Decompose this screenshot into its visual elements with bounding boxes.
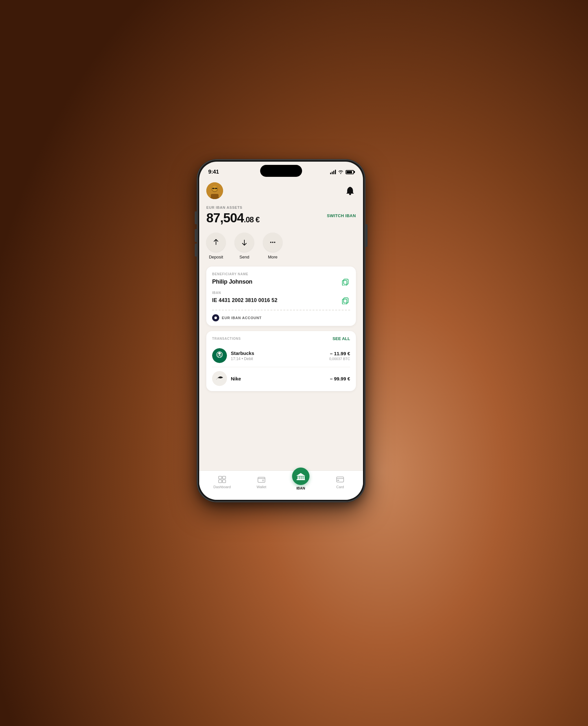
avatar[interactable] bbox=[206, 182, 223, 199]
svg-rect-32 bbox=[301, 476, 303, 479]
deposit-icon-circle bbox=[206, 233, 226, 252]
svg-rect-3 bbox=[211, 194, 218, 199]
starbucks-separator: • bbox=[241, 357, 244, 361]
svg-rect-15 bbox=[344, 298, 348, 303]
balance-amount: 87,504.08 € bbox=[206, 211, 259, 225]
card-icon bbox=[336, 475, 344, 484]
iban-nav-label: IBAN bbox=[297, 486, 305, 490]
dashboard-icon bbox=[218, 475, 226, 484]
beneficiary-name-field: BENEFICIARY NAME Philip Johnson bbox=[212, 272, 350, 286]
transaction-item-nike: Nike – 99.99 € bbox=[212, 368, 350, 386]
starbucks-amounts: – 11.99 € 0,00037 BTC bbox=[329, 351, 350, 361]
nike-info: Nike bbox=[231, 376, 326, 381]
svg-rect-24 bbox=[218, 476, 222, 479]
deposit-button[interactable]: Deposit bbox=[206, 233, 226, 259]
status-icons bbox=[330, 170, 354, 174]
svg-rect-33 bbox=[303, 476, 304, 479]
card-nav-label: Card bbox=[336, 485, 344, 489]
starbucks-type: Debit bbox=[244, 357, 253, 361]
svg-rect-38 bbox=[337, 480, 339, 481]
send-button[interactable]: Send bbox=[235, 233, 254, 259]
transactions-card: TRANSACTIONS SEE ALL bbox=[206, 331, 356, 391]
balance-label: EUR IBAN ASSETS bbox=[206, 205, 356, 209]
nike-logo bbox=[212, 371, 227, 386]
transactions-header: TRANSACTIONS SEE ALL bbox=[212, 336, 350, 341]
iban-row: IE 4431 2002 3810 0016 52 bbox=[212, 296, 350, 305]
transaction-item-starbucks: ★ Starbucks 17:14 • Debit bbox=[212, 346, 350, 366]
svg-rect-16 bbox=[342, 299, 347, 304]
deposit-label: Deposit bbox=[209, 255, 223, 259]
copy-name-button[interactable] bbox=[340, 277, 350, 286]
beneficiary-name-value: Philip Johnson bbox=[212, 279, 252, 285]
app-header bbox=[206, 178, 356, 204]
svg-rect-13 bbox=[344, 279, 348, 284]
svg-marker-34 bbox=[296, 473, 305, 476]
starbucks-btc: 0,00037 BTC bbox=[329, 357, 350, 361]
svg-point-12 bbox=[274, 242, 275, 243]
balance-section: EUR IBAN ASSETS 87,504.08 € SWITCH IBAN bbox=[206, 204, 356, 231]
wallet-icon bbox=[257, 475, 266, 484]
action-buttons: Deposit Send bbox=[206, 233, 356, 259]
phone-screen: 9:41 bbox=[199, 162, 363, 500]
signal-icon bbox=[330, 170, 336, 174]
more-button[interactable]: More bbox=[263, 233, 282, 259]
bell-icon[interactable] bbox=[344, 185, 356, 197]
balance-main: 87,504 bbox=[206, 211, 244, 225]
switch-iban-button[interactable]: SWITCH IBAN bbox=[327, 211, 356, 218]
transactions-title: TRANSACTIONS bbox=[212, 337, 241, 340]
send-icon-circle bbox=[235, 233, 254, 252]
iban-value: IE 4431 2002 3810 0016 52 bbox=[212, 298, 277, 303]
starbucks-meta: 17:14 • Debit bbox=[231, 357, 325, 361]
wallet-nav-label: Wallet bbox=[257, 485, 266, 489]
battery-icon bbox=[345, 170, 354, 174]
svg-rect-28 bbox=[258, 477, 265, 482]
svg-rect-26 bbox=[218, 480, 222, 483]
send-label: Send bbox=[239, 255, 249, 259]
wifi-icon bbox=[338, 170, 343, 174]
svg-rect-36 bbox=[337, 477, 344, 482]
dashboard-nav-label: Dashboard bbox=[213, 485, 231, 489]
bottom-navigation: Dashboard Wallet bbox=[199, 471, 363, 500]
nike-amounts: – 99.99 € bbox=[330, 376, 350, 381]
svg-text:★: ★ bbox=[218, 354, 221, 357]
beneficiary-name-row: Philip Johnson bbox=[212, 277, 350, 286]
nike-amount: – 99.99 € bbox=[330, 376, 350, 381]
more-label: More bbox=[268, 255, 277, 259]
nav-card[interactable]: Card bbox=[331, 475, 350, 489]
svg-rect-27 bbox=[223, 480, 226, 483]
svg-point-23 bbox=[212, 371, 227, 386]
starbucks-name: Starbucks bbox=[231, 350, 325, 356]
svg-point-10 bbox=[270, 242, 271, 243]
svg-point-7 bbox=[349, 194, 351, 195]
iban-field: IBAN IE 4431 2002 3810 0016 52 bbox=[212, 291, 350, 305]
svg-point-29 bbox=[262, 480, 264, 481]
copy-iban-button[interactable] bbox=[340, 296, 350, 305]
account-type-row: EUR IBAN ACCOUNT bbox=[212, 314, 350, 321]
transaction-divider bbox=[212, 367, 350, 367]
starbucks-info: Starbucks 17:14 • Debit bbox=[231, 350, 325, 361]
phone-wrapper: 9:41 bbox=[197, 160, 365, 502]
iban-active-circle bbox=[292, 467, 310, 485]
iban-label: IBAN bbox=[212, 291, 350, 295]
starbucks-logo: ★ bbox=[212, 348, 227, 363]
svg-point-11 bbox=[272, 242, 273, 243]
svg-rect-30 bbox=[297, 476, 299, 479]
starbucks-time: 17:14 bbox=[231, 357, 240, 361]
nike-name: Nike bbox=[231, 376, 326, 381]
svg-rect-14 bbox=[342, 280, 347, 286]
screen-content: EUR IBAN ASSETS 87,504.08 € SWITCH IBAN bbox=[199, 178, 363, 471]
nav-iban[interactable]: IBAN bbox=[291, 474, 311, 490]
balance-row: 87,504.08 € SWITCH IBAN bbox=[206, 211, 356, 225]
beneficiary-name-label: BENEFICIARY NAME bbox=[212, 272, 350, 276]
nav-wallet[interactable]: Wallet bbox=[252, 475, 271, 489]
nav-dashboard[interactable]: Dashboard bbox=[212, 475, 232, 489]
see-all-button[interactable]: SEE ALL bbox=[333, 336, 350, 341]
beneficiary-card: BENEFICIARY NAME Philip Johnson bbox=[206, 266, 356, 326]
account-dot bbox=[212, 314, 219, 321]
dynamic-island bbox=[260, 165, 302, 177]
starbucks-amount: – 11.99 € bbox=[329, 351, 350, 356]
account-type-label: EUR IBAN ACCOUNT bbox=[222, 316, 262, 320]
balance-cents: .08 € bbox=[244, 215, 259, 224]
svg-rect-5 bbox=[215, 188, 217, 189]
svg-point-17 bbox=[214, 317, 217, 319]
